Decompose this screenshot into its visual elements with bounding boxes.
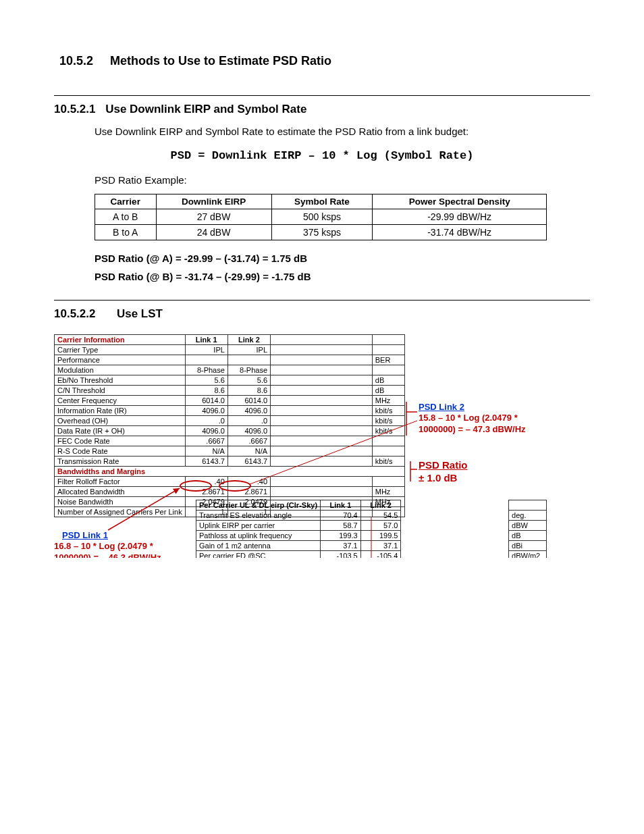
lst-row: Data Rate (IR + OH)4096.04096.0kbit/s	[55, 426, 405, 436]
lst-table-carrier-info: Carrier Information Link 1 Link 2 Carrie…	[54, 334, 405, 517]
lst-row: Pathloss at uplink frequency199.3199.5dB	[196, 531, 547, 541]
example-label: PSD Ratio Example:	[95, 174, 590, 186]
lst-figure: Carrier Information Link 1 Link 2 Carrie…	[54, 334, 554, 517]
table-row: B to A 24 dBW 375 ksps -31.74 dBW/Hz	[95, 225, 547, 240]
lst-row: Transmission Rate6143.76143.7kbit/s	[55, 457, 405, 467]
annot-psd-link2: PSD Link 2 15.8 – 10 * Log (2.0479 * 100…	[419, 402, 540, 435]
table-row: A to B 27 dBW 500 ksps -29.99 dBW/Hz	[95, 209, 547, 225]
section-number: 10.5.2.2	[54, 307, 95, 321]
psd-ratio-a: PSD Ratio (@ A) = -29.99 – (-31.74) = 1.…	[95, 253, 590, 264]
psd-example-table: Carrier Downlink EIRP Symbol Rate Power …	[95, 194, 547, 240]
lst-row: PerformanceBER	[55, 355, 405, 365]
lst-row: Filter Rolloff Factor.40.40	[55, 477, 405, 487]
th-symbol-rate: Symbol Rate	[271, 194, 373, 209]
annot-calc: 16.8 – 10 * Log (2.0479 * 1000000) = – 4…	[54, 541, 189, 558]
psd-ratio-b: PSD Ratio (@ B) = -31.74 – (-29.99) = -1…	[95, 271, 590, 282]
section-title: Use Downlink EIRP and Symbol Rate	[105, 103, 306, 115]
lst-row: Center Frequency6014.06014.0MHz	[55, 396, 405, 406]
intro-text: Use Downlink EIRP and Symbol Rate to est…	[95, 126, 590, 137]
lst-row: C/N Threshold8.68.6dB	[55, 386, 405, 396]
th-downlink-eirp: Downlink EIRP	[156, 194, 271, 209]
annot-title: PSD Link 1	[62, 530, 189, 541]
section-number: 10.5.2.1	[54, 103, 95, 116]
psd-formula: PSD = Downlink EIRP – 10 * Log (Symbol R…	[54, 149, 590, 162]
rule	[54, 300, 590, 301]
th-carrier: Carrier	[95, 194, 157, 209]
lst-row: Eb/No Threshold5.65.6dB	[55, 375, 405, 386]
lst-row: Carrier TypeIPLIPL	[55, 345, 405, 355]
lst-row: Modulation8-Phase8-Phase	[55, 365, 405, 375]
lst-row: Gain of 1 m2 antenna37.137.1dBi	[196, 541, 547, 551]
lst-section-header: Carrier Information	[55, 335, 186, 345]
section-10-5-2-heading: 10.5.2 Methods to Use to Estimate PSD Ra…	[59, 54, 590, 68]
th-psd: Power Spectral Density	[373, 194, 547, 209]
lst-section-header: Per Carrier UL & DL eirp (Clr-Sky)	[196, 500, 321, 511]
rule	[54, 95, 590, 96]
annot-psd-ratio: PSD Ratio ± 1.0 dB	[419, 459, 468, 485]
lst-row: Overhead (OH).0.0kbit/s	[55, 416, 405, 426]
annot-title: PSD Link 2	[419, 402, 540, 413]
lst-row: R-S Code RateN/AN/A	[55, 446, 405, 457]
lst-table-per-carrier: Per Carrier UL & DL eirp (Clr-Sky) Link …	[196, 500, 547, 558]
lst-row: FEC Code Rate.6667.6667	[55, 436, 405, 446]
lst-row: Allocated Bandwidth2.86712.8671MHz	[55, 487, 405, 497]
lst-section-header: Bandwidths and Margins	[55, 467, 405, 477]
lst-row: Information Rate (IR)4096.04096.0kbit/s	[55, 406, 405, 416]
annot-value: ± 1.0 dB	[419, 472, 468, 485]
lst-row: Uplink EIRP per carrier58.757.0dBW	[196, 521, 547, 531]
annot-psd-link1: PSD Link 1 16.8 – 10 * Log (2.0479 * 100…	[54, 530, 189, 558]
section-number: 10.5.2	[59, 54, 107, 68]
lst-row: Per carrier FD @SC-103.5-105.4dBW/m2	[196, 551, 547, 558]
section-title: Use LST	[117, 307, 163, 320]
section-10-5-2-2-heading: 10.5.2.2 Use LST	[54, 307, 590, 321]
lst-row: Transmit ES elevation angle70.454.5deg.	[196, 511, 547, 521]
annot-calc: 15.8 – 10 * Log (2.0479 * 1000000) = – 4…	[419, 413, 540, 435]
section-title: Methods to Use to Estimate PSD Ratio	[110, 54, 331, 68]
annot-title: PSD Ratio	[419, 459, 468, 472]
section-10-5-2-1-heading: 10.5.2.1 Use Downlink EIRP and Symbol Ra…	[54, 103, 590, 116]
